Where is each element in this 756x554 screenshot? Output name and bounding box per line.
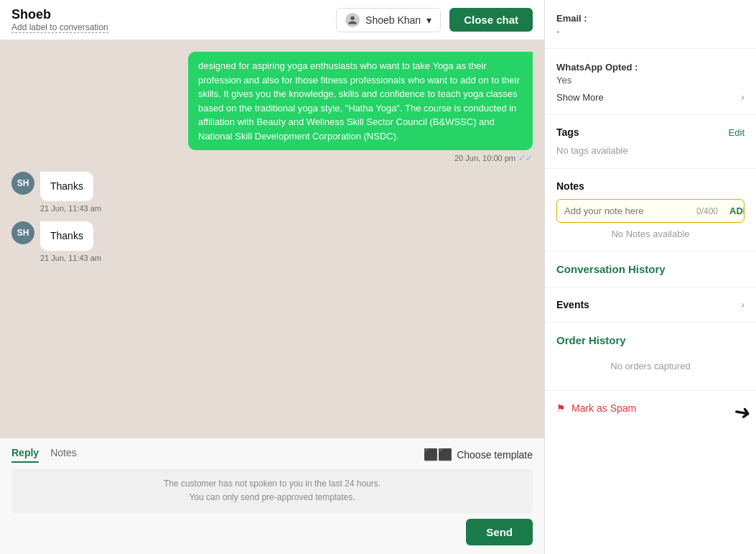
tags-title: Tags: [556, 126, 579, 138]
notes-section: Notes 0/400 ADD No Notes available: [545, 169, 756, 251]
mark-spam-label: Mark as Spam: [571, 402, 636, 414]
message-incoming-row: SH Thanks: [11, 172, 533, 201]
reply-notice: The customer has not spoken to you in th…: [11, 468, 533, 513]
message-bubble-2: Thanks: [40, 221, 93, 251]
no-notes-label: No Notes available: [556, 228, 745, 239]
conversation-history-title: Conversation History: [556, 263, 745, 275]
chevron-right-icon: ›: [741, 91, 745, 103]
messages-area: designed for aspiring yoga enthusiasts w…: [0, 40, 544, 438]
arrow-annotation: ➜: [732, 399, 752, 425]
message-time: 20 Jun, 10:00 pm: [454, 154, 515, 162]
message-bubble: Thanks: [40, 172, 93, 201]
no-orders-label: No orders captured: [556, 354, 745, 379]
choose-template-label: Choose template: [457, 449, 533, 461]
read-receipt-icon: ✓✓: [518, 153, 533, 163]
notes-counter: 0/400: [692, 206, 722, 216]
message-outgoing-1: designed for aspiring yoga enthusiasts w…: [188, 52, 533, 163]
conversation-history-section: Conversation History: [545, 251, 756, 287]
reply-footer: Send: [11, 519, 533, 545]
events-chevron-icon: ›: [741, 299, 745, 310]
agent-name: Shoeb Khan: [365, 14, 421, 26]
events-label: Events: [556, 299, 589, 310]
notes-input[interactable]: [557, 200, 692, 222]
whatsapp-value: Yes: [556, 75, 745, 86]
mark-spam-row[interactable]: ⚑ Mark as Spam ➜: [545, 391, 756, 425]
reply-box: Reply Notes ⬛⬛ Choose template The custo…: [0, 438, 544, 554]
header-left: Shoeb Add label to conversation: [11, 7, 108, 33]
message-bubble: designed for aspiring yoga enthusiasts w…: [188, 52, 533, 150]
notice-line1: The customer has not spoken to you in th…: [23, 477, 521, 491]
template-icon: ⬛⬛: [424, 448, 452, 461]
message-incoming-row-2: SH Thanks: [11, 221, 533, 251]
right-panel: Email : - WhatsApp Opted : Yes Show More…: [544, 0, 756, 554]
whatsapp-label: WhatsApp Opted :: [556, 62, 638, 73]
add-label-link[interactable]: Add label to conversation: [11, 22, 108, 33]
close-chat-button[interactable]: Close chat: [449, 8, 533, 32]
email-label: Email :: [556, 13, 587, 24]
send-button[interactable]: Send: [466, 519, 533, 545]
events-section[interactable]: Events ›: [545, 287, 756, 323]
message-incoming-1: SH Thanks 21 Jun, 11:43 am: [11, 172, 533, 213]
tab-notes[interactable]: Notes: [50, 447, 77, 463]
dropdown-icon: ▾: [426, 14, 431, 26]
whatsapp-section: WhatsApp Opted : Yes Show More ›: [545, 49, 756, 115]
tab-reply[interactable]: Reply: [11, 447, 39, 463]
no-tags-label: No tags available: [556, 145, 628, 156]
notes-input-row: 0/400 ADD: [556, 199, 745, 223]
message-time: 21 Jun, 11:43 am: [40, 204, 533, 213]
order-history-section: Order History No orders captured: [545, 323, 756, 391]
email-value: -: [556, 26, 745, 37]
reply-tabs: Reply Notes ⬛⬛ Choose template: [11, 447, 533, 463]
agent-avatar-icon: [345, 13, 360, 27]
edit-tags-button[interactable]: Edit: [729, 127, 745, 138]
spam-flag-icon: ⚑: [556, 402, 566, 414]
tags-header: Tags Edit: [556, 126, 745, 138]
chat-header: Shoeb Add label to conversation Shoeb Kh…: [0, 0, 544, 40]
choose-template-button[interactable]: ⬛⬛ Choose template: [424, 448, 533, 461]
show-more-row[interactable]: Show More ›: [556, 91, 745, 103]
notes-add-button[interactable]: ADD: [722, 200, 745, 222]
message-incoming-2: SH Thanks 21 Jun, 11:43 am: [11, 221, 533, 262]
email-section: Email : -: [545, 0, 756, 49]
order-history-title: Order History: [556, 334, 745, 346]
message-time-2: 21 Jun, 11:43 am: [40, 254, 533, 262]
sender-avatar-2: SH: [11, 221, 34, 244]
notes-title: Notes: [556, 180, 745, 192]
tags-section: Tags Edit No tags available: [545, 115, 756, 169]
show-more-label: Show More: [556, 92, 604, 103]
chat-title: Shoeb: [11, 7, 108, 22]
agent-selector[interactable]: Shoeb Khan ▾: [336, 8, 441, 32]
tabs-left: Reply Notes: [11, 447, 77, 463]
sender-avatar: SH: [11, 172, 34, 195]
notice-line2: You can only send pre-approved templates…: [23, 491, 521, 504]
header-right: Shoeb Khan ▾ Close chat: [336, 8, 533, 32]
